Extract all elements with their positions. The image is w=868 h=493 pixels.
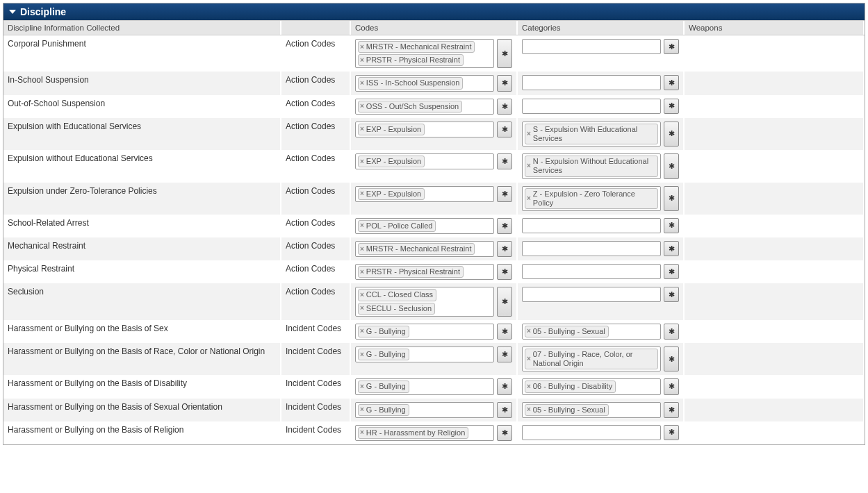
categories-input[interactable]	[522, 99, 661, 114]
remove-tag-icon[interactable]: ×	[360, 190, 364, 198]
codes-input[interactable]: ×EXP - Expulsion	[355, 122, 494, 137]
categories-input[interactable]	[522, 75, 661, 90]
codes-picker-button[interactable]	[497, 186, 512, 202]
codes-tag[interactable]: ×EXP - Expulsion	[358, 124, 425, 135]
categories-input[interactable]	[522, 241, 661, 256]
codes-picker-button[interactable]	[497, 378, 512, 394]
categories-picker-button[interactable]	[664, 122, 679, 147]
remove-tag-icon[interactable]: ×	[360, 79, 364, 87]
categories-picker-button[interactable]	[664, 75, 679, 90]
codes-tag[interactable]: ×MRSTR - Mechanical Restraint	[358, 41, 475, 53]
codes-input[interactable]: ×HR - Harassment by Religion	[355, 425, 494, 441]
codes-input[interactable]: ×ISS - In-School Suspension	[355, 75, 494, 91]
categories-picker-button[interactable]	[664, 264, 679, 279]
codes-tag[interactable]: ×G - Bullying	[358, 404, 409, 416]
codes-picker-button[interactable]	[497, 346, 512, 362]
categories-tag[interactable]: ×07 - Bullying - Race, Color, or Nationa…	[525, 349, 658, 369]
remove-tag-icon[interactable]: ×	[360, 222, 364, 230]
categories-picker-button[interactable]	[664, 218, 679, 233]
codes-picker-button[interactable]	[497, 122, 512, 137]
categories-input[interactable]: ×05 - Bullying - Sexual	[522, 402, 661, 418]
codes-picker-button[interactable]	[497, 241, 512, 257]
codes-picker-button[interactable]	[497, 39, 512, 68]
remove-tag-icon[interactable]: ×	[360, 291, 364, 299]
categories-input[interactable]: ×06 - Bullying - Disability	[522, 378, 661, 394]
codes-input[interactable]: ×CCL - Closed Class×SECLU - Seclusion	[355, 287, 494, 316]
codes-tag[interactable]: ×G - Bullying	[358, 349, 409, 360]
categories-picker-button[interactable]	[664, 378, 679, 394]
codes-tag[interactable]: ×PRSTR - Physical Restraint	[358, 54, 464, 66]
categories-picker-button[interactable]	[664, 324, 679, 340]
codes-input[interactable]: ×EXP - Expulsion	[355, 186, 494, 202]
categories-picker-button[interactable]	[664, 402, 679, 418]
remove-tag-icon[interactable]: ×	[527, 130, 531, 138]
remove-tag-icon[interactable]: ×	[360, 327, 364, 335]
codes-tag[interactable]: ×G - Bullying	[358, 381, 409, 392]
codes-picker-button[interactable]	[497, 324, 512, 340]
codes-picker-button[interactable]	[497, 75, 512, 91]
codes-picker-button[interactable]	[497, 153, 512, 169]
categories-picker-button[interactable]	[664, 153, 679, 178]
remove-tag-icon[interactable]: ×	[360, 158, 364, 166]
codes-tag[interactable]: ×OSS - Out/Sch Suspension	[358, 101, 462, 112]
codes-picker-button[interactable]	[497, 402, 512, 418]
categories-picker-button[interactable]	[664, 287, 679, 302]
codes-tag[interactable]: ×HR - Harassment by Religion	[358, 427, 468, 439]
categories-picker-button[interactable]	[664, 346, 679, 371]
codes-input[interactable]: ×POL - Police Called	[355, 218, 494, 234]
remove-tag-icon[interactable]: ×	[527, 194, 531, 203]
remove-tag-icon[interactable]: ×	[360, 268, 364, 276]
categories-input[interactable]: ×05 - Bullying - Sexual	[522, 324, 661, 340]
categories-picker-button[interactable]	[664, 39, 679, 54]
remove-tag-icon[interactable]: ×	[360, 245, 364, 253]
categories-picker-button[interactable]	[664, 425, 679, 440]
categories-picker-button[interactable]	[664, 186, 679, 211]
categories-input[interactable]	[522, 218, 661, 233]
remove-tag-icon[interactable]: ×	[360, 43, 364, 51]
codes-input[interactable]: ×G - Bullying	[355, 378, 494, 394]
categories-input[interactable]	[522, 39, 661, 54]
remove-tag-icon[interactable]: ×	[527, 162, 531, 170]
codes-picker-button[interactable]	[497, 425, 512, 441]
codes-tag[interactable]: ×EXP - Expulsion	[358, 156, 425, 167]
categories-input[interactable]	[522, 425, 661, 440]
remove-tag-icon[interactable]: ×	[360, 102, 364, 110]
categories-input[interactable]: ×07 - Bullying - Race, Color, or Nationa…	[522, 346, 661, 371]
remove-tag-icon[interactable]: ×	[360, 428, 364, 437]
codes-tag[interactable]: ×EXP - Expulsion	[358, 188, 425, 200]
codes-tag[interactable]: ×POL - Police Called	[358, 220, 436, 232]
categories-input[interactable]	[522, 287, 661, 302]
remove-tag-icon[interactable]: ×	[527, 327, 531, 335]
codes-input[interactable]: ×G - Bullying	[355, 324, 494, 340]
remove-tag-icon[interactable]: ×	[360, 304, 364, 312]
categories-tag[interactable]: ×N - Expulsion Without Educational Servi…	[525, 156, 658, 176]
codes-input[interactable]: ×G - Bullying	[355, 346, 494, 362]
codes-picker-button[interactable]	[497, 264, 512, 280]
categories-picker-button[interactable]	[664, 241, 679, 256]
codes-picker-button[interactable]	[497, 99, 512, 115]
codes-tag[interactable]: ×MRSTR - Mechanical Restraint	[358, 243, 475, 255]
categories-input[interactable]: ×Z - Expulsion - Zero Tolerance Policy	[522, 186, 661, 211]
categories-tag[interactable]: ×S - Expulsion With Educational Services	[525, 124, 658, 144]
codes-input[interactable]: ×PRSTR - Physical Restraint	[355, 264, 494, 280]
categories-tag[interactable]: ×05 - Bullying - Sexual	[525, 326, 609, 337]
codes-picker-button[interactable]	[497, 287, 512, 316]
remove-tag-icon[interactable]: ×	[360, 56, 364, 65]
panel-header[interactable]: Discipline	[3, 3, 865, 20]
codes-picker-button[interactable]	[497, 218, 512, 234]
categories-input[interactable]: ×S - Expulsion With Educational Services	[522, 122, 661, 147]
codes-tag[interactable]: ×CCL - Closed Class	[358, 289, 436, 301]
categories-input[interactable]	[522, 264, 661, 279]
categories-tag[interactable]: ×05 - Bullying - Sexual	[525, 404, 609, 416]
codes-input[interactable]: ×EXP - Expulsion	[355, 153, 494, 169]
categories-tag[interactable]: ×06 - Bullying - Disability	[525, 381, 616, 392]
codes-input[interactable]: ×G - Bullying	[355, 402, 494, 418]
categories-tag[interactable]: ×Z - Expulsion - Zero Tolerance Policy	[525, 188, 658, 209]
remove-tag-icon[interactable]: ×	[527, 355, 531, 363]
codes-tag[interactable]: ×G - Bullying	[358, 326, 409, 337]
codes-tag[interactable]: ×ISS - In-School Suspension	[358, 77, 463, 89]
remove-tag-icon[interactable]: ×	[527, 406, 531, 414]
remove-tag-icon[interactable]: ×	[527, 383, 531, 391]
codes-tag[interactable]: ×SECLU - Seclusion	[358, 303, 435, 315]
categories-picker-button[interactable]	[664, 99, 679, 114]
